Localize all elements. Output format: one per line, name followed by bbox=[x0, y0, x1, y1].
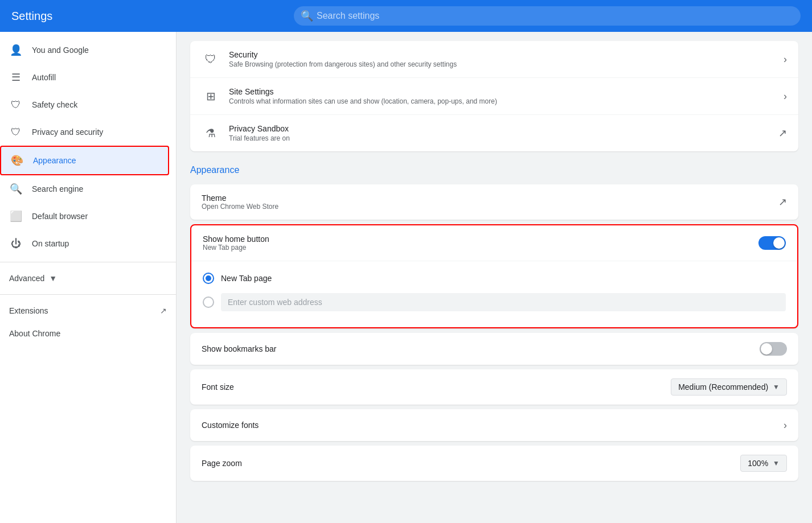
app-header: Settings 🔍 bbox=[0, 0, 812, 32]
sidebar-label-appearance: Appearance bbox=[33, 156, 76, 165]
bookmarks-bar-title: Show bookmarks bar bbox=[202, 344, 760, 353]
toggle-knob bbox=[773, 237, 785, 249]
customize-fonts-text: Customize fonts bbox=[202, 421, 784, 430]
sidebar-label-extensions: Extensions bbox=[9, 306, 151, 315]
sidebar-label-advanced: Advanced bbox=[9, 274, 44, 283]
sidebar-label-about-chrome: About Chrome bbox=[9, 329, 60, 338]
customize-fonts-row[interactable]: Customize fonts › bbox=[190, 409, 798, 441]
theme-row[interactable]: Theme Open Chrome Web Store ↗ bbox=[190, 184, 798, 220]
app-title: Settings bbox=[11, 10, 285, 23]
privacy-sandbox-text: Privacy Sandbox Trial features are on bbox=[229, 124, 769, 142]
theme-external-icon: ↗ bbox=[778, 196, 787, 208]
radio-options: New Tab page bbox=[191, 261, 797, 327]
home-button-row: Show home button New Tab page bbox=[191, 225, 797, 261]
custom-url-input[interactable] bbox=[221, 293, 786, 311]
settings-row-site-settings[interactable]: ⊞ Site Settings Controls what informatio… bbox=[190, 78, 798, 115]
page-zoom-dropdown[interactable]: 100% ▼ bbox=[740, 455, 787, 472]
search-icon: 🔍 bbox=[9, 182, 23, 196]
customize-fonts-title: Customize fonts bbox=[202, 421, 784, 430]
theme-text: Theme Open Chrome Web Store bbox=[202, 193, 778, 211]
main-layout: 👤 You and Google ☰ Autofill 🛡 Safety che… bbox=[0, 32, 812, 523]
sidebar-active-row: 🎨 Appearance ← bbox=[0, 146, 176, 175]
browser-icon: ⬜ bbox=[9, 209, 23, 223]
font-size-dropdown[interactable]: Medium (Recommended) ▼ bbox=[671, 378, 787, 396]
radio-option-new-tab[interactable]: New Tab page bbox=[203, 268, 786, 289]
sidebar-item-you-and-google[interactable]: 👤 You and Google bbox=[0, 36, 169, 64]
power-icon: ⏻ bbox=[9, 237, 23, 250]
external-link-icon: ↗ bbox=[160, 306, 167, 315]
chevron-down-icon: ▼ bbox=[49, 274, 57, 283]
radio-custom-url[interactable] bbox=[203, 296, 214, 308]
privacy-sandbox-subtitle: Trial features are on bbox=[229, 134, 769, 142]
security-title: Security bbox=[229, 50, 774, 59]
shield-lock-icon: 🛡 bbox=[9, 125, 23, 139]
radio-option-custom-url[interactable] bbox=[203, 289, 786, 316]
site-settings-text: Site Settings Controls what information … bbox=[229, 87, 774, 105]
theme-title: Theme bbox=[202, 193, 778, 203]
palette-icon: 🎨 bbox=[10, 154, 24, 167]
security-arrow-icon: › bbox=[784, 53, 787, 65]
external-link-icon: ↗ bbox=[778, 127, 787, 139]
page-zoom-value: 100% bbox=[748, 459, 768, 468]
sidebar-item-privacy-and-security[interactable]: 🛡 Privacy and security bbox=[0, 118, 169, 146]
sidebar-label-on-startup: On startup bbox=[32, 239, 69, 248]
sidebar-label-default-browser: Default browser bbox=[32, 212, 88, 221]
sidebar-item-appearance[interactable]: 🎨 Appearance bbox=[0, 146, 169, 175]
page-zoom-title: Page zoom bbox=[202, 459, 740, 468]
sidebar-item-autofill[interactable]: ☰ Autofill bbox=[0, 64, 169, 91]
bookmarks-bar-toggle[interactable] bbox=[760, 342, 787, 356]
settings-row-security[interactable]: 🛡 Security Safe Browsing (protection fro… bbox=[190, 41, 798, 78]
main-content: 🛡 Security Safe Browsing (protection fro… bbox=[177, 32, 812, 523]
page-zoom-dropdown-arrow: ▼ bbox=[773, 459, 780, 467]
sidebar: 👤 You and Google ☰ Autofill 🛡 Safety che… bbox=[0, 32, 177, 523]
sidebar-item-default-browser[interactable]: ⬜ Default browser bbox=[0, 203, 169, 230]
sidebar-item-extensions[interactable]: Extensions ↗ bbox=[0, 299, 176, 322]
bookmarks-bar-row: Show bookmarks bar bbox=[190, 333, 798, 365]
site-settings-title: Site Settings bbox=[229, 87, 774, 96]
security-icon: 🛡 bbox=[202, 50, 220, 68]
home-button-title: Show home button bbox=[203, 234, 758, 244]
font-size-text: Font size bbox=[202, 382, 671, 392]
theme-card: Theme Open Chrome Web Store ↗ bbox=[190, 184, 798, 220]
font-size-row: Font size Medium (Recommended) ▼ bbox=[190, 369, 798, 405]
privacy-security-card: 🛡 Security Safe Browsing (protection fro… bbox=[190, 41, 798, 151]
sidebar-item-safety-check[interactable]: 🛡 Safety check bbox=[0, 91, 169, 118]
search-input[interactable] bbox=[294, 6, 801, 26]
bookmarks-toggle-knob bbox=[761, 343, 772, 355]
site-settings-arrow-icon: › bbox=[784, 90, 787, 102]
search-icon: 🔍 bbox=[301, 10, 313, 22]
sliders-icon: ⊞ bbox=[202, 87, 220, 105]
font-size-title: Font size bbox=[202, 382, 671, 392]
customize-fonts-card: Customize fonts › bbox=[190, 409, 798, 441]
page-zoom-text: Page zoom bbox=[202, 459, 740, 468]
radio-new-tab[interactable] bbox=[203, 273, 214, 284]
sidebar-divider-2 bbox=[0, 294, 176, 295]
sidebar-divider bbox=[0, 262, 176, 262]
page-zoom-row: Page zoom 100% ▼ bbox=[190, 446, 798, 481]
list-icon: ☰ bbox=[9, 71, 23, 84]
customize-fonts-arrow-icon: › bbox=[784, 419, 787, 431]
security-subtitle: Safe Browsing (protection from dangerous… bbox=[229, 60, 774, 68]
shield-icon: 🛡 bbox=[9, 98, 23, 112]
show-home-button-card: → Show home button New Tab page New Tab … bbox=[190, 224, 798, 328]
home-button-text: Show home button New Tab page bbox=[203, 234, 758, 252]
font-size-value: Medium (Recommended) bbox=[678, 382, 768, 392]
bookmarks-bar-text: Show bookmarks bar bbox=[202, 344, 760, 353]
font-size-card: Font size Medium (Recommended) ▼ bbox=[190, 369, 798, 405]
sidebar-advanced[interactable]: Advanced ▼ bbox=[0, 267, 176, 290]
sidebar-label-search-engine: Search engine bbox=[32, 184, 83, 193]
bookmarks-bar-card: Show bookmarks bar bbox=[190, 333, 798, 365]
privacy-sandbox-title: Privacy Sandbox bbox=[229, 124, 769, 133]
appearance-section-header: Appearance bbox=[177, 156, 812, 180]
sidebar-item-on-startup[interactable]: ⏻ On startup bbox=[0, 230, 169, 257]
settings-row-privacy-sandbox[interactable]: ⚗ Privacy Sandbox Trial features are on … bbox=[190, 115, 798, 151]
search-container: 🔍 bbox=[294, 6, 801, 26]
sidebar-label-you-and-google: You and Google bbox=[32, 46, 89, 55]
sidebar-item-about-chrome[interactable]: About Chrome bbox=[0, 322, 169, 345]
theme-subtitle: Open Chrome Web Store bbox=[202, 203, 778, 211]
page-zoom-card: Page zoom 100% ▼ bbox=[190, 446, 798, 481]
sidebar-item-search-engine[interactable]: 🔍 Search engine bbox=[0, 175, 169, 203]
home-button-toggle[interactable] bbox=[758, 236, 786, 250]
radio-new-tab-label: New Tab page bbox=[221, 274, 272, 283]
sidebar-label-safety-check: Safety check bbox=[32, 100, 77, 109]
